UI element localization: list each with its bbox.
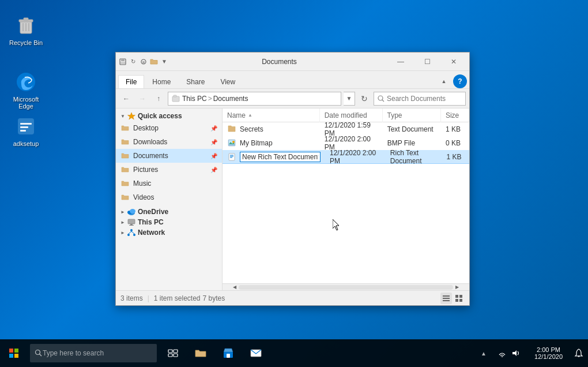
- adksetup-icon[interactable]: adksetup: [6, 113, 46, 149]
- clock-date: 12/1/2020: [534, 353, 563, 360]
- edge-icon[interactable]: Microsoft Edge: [6, 68, 46, 112]
- svg-rect-9: [20, 126, 28, 128]
- address-path[interactable]: This PC > Documents: [168, 92, 341, 106]
- forward-button[interactable]: →: [135, 92, 149, 106]
- back-button[interactable]: ←: [119, 92, 133, 106]
- tab-home[interactable]: Home: [145, 75, 178, 88]
- col-date-header[interactable]: Date modified: [320, 108, 383, 122]
- file-name-mybitmap: My Bitmap: [223, 136, 320, 150]
- svg-rect-36: [229, 153, 235, 160]
- col-name-header[interactable]: Name ▲: [223, 108, 320, 122]
- svg-line-31: [131, 231, 134, 234]
- folder-music-icon: [120, 179, 130, 188]
- properties-icon[interactable]: [139, 57, 148, 66]
- col-type-header[interactable]: Type: [383, 108, 441, 122]
- clock-time: 2:00 PM: [537, 346, 560, 353]
- file-row-mybitmap[interactable]: My Bitmap 12/1/2020 2:00 PM BMP File 0 K…: [223, 136, 469, 150]
- network-header[interactable]: ► Network: [116, 227, 222, 238]
- tiles-view-button[interactable]: [453, 293, 465, 304]
- file-explorer-taskbar-button[interactable]: [187, 339, 214, 367]
- search-icon: [378, 95, 385, 102]
- svg-line-30: [129, 231, 131, 234]
- details-view-button[interactable]: [440, 293, 452, 304]
- title-bar: ↻ ▼ Documents — ☐ ✕: [116, 53, 469, 71]
- file-list-header: Name ▲ Date modified Type Size: [223, 108, 469, 122]
- tab-view[interactable]: View: [213, 75, 243, 88]
- show-hidden-icons-button[interactable]: ▲: [477, 339, 491, 367]
- svg-point-29: [133, 234, 135, 236]
- path-documents[interactable]: Documents: [213, 95, 248, 103]
- taskbar-clock[interactable]: 2:00 PM 12/1/2020: [527, 339, 570, 367]
- svg-rect-12: [121, 59, 125, 61]
- sidebar-item-music[interactable]: Music: [116, 177, 222, 190]
- file-date-secrets: 12/1/2020 1:59 PM: [320, 122, 383, 136]
- store-taskbar-button[interactable]: [214, 339, 242, 367]
- network-icon[interactable]: [495, 339, 509, 367]
- svg-rect-42: [443, 300, 450, 301]
- file-row-rtf[interactable]: 12/1/2020 2:00 PM Rich Text Document 1 K…: [223, 150, 469, 164]
- recycle-bin-icon[interactable]: Recycle Bin: [6, 12, 46, 48]
- path-this-pc[interactable]: This PC: [182, 95, 207, 103]
- file-list-area: Name ▲ Date modified Type Size: [223, 108, 469, 290]
- svg-marker-63: [512, 350, 517, 356]
- mail-taskbar-button[interactable]: [242, 339, 270, 367]
- sidebar-item-downloads[interactable]: Downloads 📌: [116, 135, 222, 149]
- scroll-right-button[interactable]: ▶: [453, 284, 461, 291]
- svg-rect-24: [128, 219, 135, 224]
- svg-rect-25: [130, 224, 133, 225]
- file-row-secrets[interactable]: Secrets 12/1/2020 1:59 PM Text Document …: [223, 122, 469, 136]
- status-bar: 3 items | 1 item selected 7 bytes: [116, 290, 469, 305]
- ribbon-tabs: File Home Share View ▲ ?: [116, 71, 469, 88]
- search-input[interactable]: [387, 95, 462, 103]
- notification-button[interactable]: [570, 339, 588, 367]
- sidebar-item-documents[interactable]: Documents 📌: [116, 149, 222, 163]
- address-dropdown-button[interactable]: ▼: [344, 92, 355, 106]
- volume-icon[interactable]: [509, 339, 523, 367]
- onedrive-header[interactable]: ► OneDrive: [116, 207, 222, 217]
- tab-file[interactable]: File: [118, 75, 144, 88]
- undo-icon[interactable]: ↻: [129, 57, 138, 66]
- file-type-rtf: Rich Text Document: [386, 150, 442, 164]
- search-box[interactable]: [374, 92, 466, 106]
- sidebar-item-videos[interactable]: Videos: [116, 190, 222, 204]
- tab-share[interactable]: Share: [179, 75, 212, 88]
- col-size-header[interactable]: Size: [441, 108, 469, 122]
- window-controls: — ☐ ✕: [387, 53, 467, 71]
- svg-rect-44: [459, 295, 462, 298]
- taskbar-search[interactable]: [30, 344, 157, 362]
- dropdown-arrow-icon[interactable]: ▼: [160, 57, 169, 66]
- svg-rect-26: [129, 225, 134, 226]
- scroll-left-button[interactable]: ◀: [231, 284, 239, 291]
- title-bar-quick-access: ↻ ▼: [118, 57, 169, 66]
- close-button[interactable]: ✕: [440, 53, 467, 71]
- new-folder-icon[interactable]: [149, 57, 159, 66]
- this-pc-header[interactable]: ► This PC: [116, 217, 222, 227]
- file-date-mybitmap: 12/1/2020 2:00 PM: [320, 136, 383, 150]
- horizontal-scrollbar[interactable]: ◀ ▶: [223, 283, 469, 290]
- svg-point-62: [502, 356, 503, 357]
- start-button[interactable]: [0, 339, 28, 367]
- help-button[interactable]: ?: [453, 74, 467, 88]
- maximize-button[interactable]: ☐: [414, 53, 440, 71]
- svg-rect-60: [227, 354, 230, 358]
- sidebar-item-pictures[interactable]: Pictures 📌: [116, 163, 222, 177]
- taskbar-search-input[interactable]: [43, 349, 141, 357]
- quick-access-header[interactable]: ▼ Quick access: [116, 111, 222, 121]
- task-view-button[interactable]: [159, 339, 187, 367]
- file-rename-input[interactable]: [240, 152, 321, 162]
- scroll-track[interactable]: [239, 285, 453, 290]
- svg-rect-46: [459, 299, 462, 302]
- svg-rect-56: [168, 354, 172, 357]
- minimize-button[interactable]: —: [387, 53, 414, 71]
- ribbon-expand-button[interactable]: ▲: [437, 74, 451, 88]
- sidebar: ▼ Quick access Desktop 📌: [116, 108, 223, 290]
- view-toggle: [440, 293, 465, 304]
- refresh-button[interactable]: ↻: [357, 92, 371, 106]
- file-icon-secrets: [227, 125, 236, 134]
- save-icon[interactable]: [118, 57, 127, 66]
- selected-info: 1 item selected: [154, 294, 201, 302]
- window-title: Documents: [171, 58, 387, 66]
- up-button[interactable]: ↑: [152, 92, 165, 106]
- sidebar-item-desktop[interactable]: Desktop 📌: [116, 121, 222, 135]
- svg-rect-15: [142, 61, 145, 63]
